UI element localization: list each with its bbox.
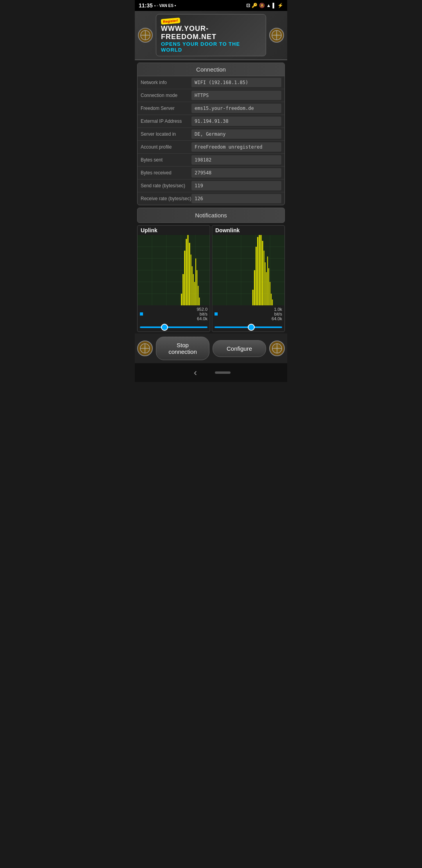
signal-icon: ▌	[272, 3, 276, 8]
svg-rect-45	[260, 235, 261, 305]
uplink-title: Uplink	[138, 226, 210, 235]
uplink-info: 952.0 bit/s 64.0k	[138, 305, 210, 323]
svg-rect-20	[187, 235, 188, 305]
svg-rect-16	[181, 294, 182, 305]
value-receive-rate: 126	[191, 194, 281, 203]
svg-rect-18	[184, 251, 185, 305]
crosshair-btn-right[interactable]	[269, 341, 285, 356]
row-receive-rate: Receive rate (bytes/sec) 126	[138, 192, 284, 205]
row-bytes-sent: Bytes sent 198182	[138, 154, 284, 167]
row-account-profile: Account profile FreeFreedom unregistered	[138, 141, 284, 154]
downlink-dot	[215, 312, 218, 316]
downlink-value: 1.0k bit/s 64.0k	[272, 307, 282, 321]
bottom-bar: Stop connection Configure	[135, 334, 287, 363]
label-network-info: Network info	[141, 80, 191, 85]
crosshair-left	[138, 28, 153, 43]
svg-rect-28	[198, 286, 198, 305]
notifications-header: Notifications	[137, 208, 285, 223]
banner-title: WWW.YOUR-FREEDOM.NET	[161, 25, 261, 41]
svg-rect-26	[195, 258, 196, 305]
value-bytes-sent: 198182	[191, 155, 281, 165]
uplink-chart: Uplink	[137, 225, 210, 332]
banner: Register! WWW.YOUR-FREEDOM.NET OPENS YOU…	[135, 11, 287, 60]
label-server-location: Server located in	[141, 131, 191, 137]
back-button[interactable]: ‹	[191, 365, 199, 380]
row-server-location: Server located in DE, Germany	[138, 128, 284, 141]
wifi-icon: ▲	[266, 3, 271, 8]
svg-rect-22	[191, 255, 191, 305]
downlink-chart: Downlink	[212, 225, 285, 332]
label-bytes-received: Bytes received	[141, 170, 191, 176]
row-connection-mode: Connection mode HTTPS	[138, 89, 284, 102]
configure-button[interactable]: Configure	[213, 340, 266, 357]
time: 11:35	[139, 2, 153, 9]
status-icons: ▪ ▫ VAN ES •	[154, 4, 176, 8]
crosshair-right	[269, 28, 284, 43]
value-bytes-received: 279548	[191, 168, 281, 178]
value-freedom-server: ems15.your-freedom.de	[191, 104, 281, 113]
svg-rect-49	[266, 272, 267, 305]
svg-rect-17	[182, 274, 184, 305]
value-server-location: DE, Germany	[191, 129, 281, 139]
svg-rect-40	[252, 290, 254, 305]
svg-rect-47	[264, 251, 265, 305]
register-badge[interactable]: Register!	[161, 18, 180, 25]
banner-center: Register! WWW.YOUR-FREEDOM.NET OPENS YOU…	[156, 14, 266, 56]
uplink-slider[interactable]	[140, 326, 207, 328]
label-bytes-sent: Bytes sent	[141, 157, 191, 163]
value-account-profile: FreeFreedom unregistered	[191, 142, 281, 152]
downlink-info: 1.0k bit/s 64.0k	[212, 305, 284, 323]
row-send-rate: Send rate (bytes/sec) 119	[138, 179, 284, 192]
downlink-slider-container[interactable]	[212, 323, 284, 332]
row-freedom-server: Freedom Server ems15.your-freedom.de	[138, 102, 284, 115]
cast-icon: ⊡	[246, 3, 250, 8]
banner-subtitle: OPENS YOUR DOOR TO THE WORLD	[161, 41, 261, 53]
status-left: 11:35 ▪ ▫ VAN ES •	[139, 2, 176, 9]
value-network-info: WIFI (192.168.1.85)	[191, 78, 281, 87]
downlink-title: Downlink	[212, 226, 284, 235]
downlink-canvas	[212, 235, 284, 305]
uplink-value: 952.0 bit/s 64.0k	[197, 307, 207, 321]
label-send-rate: Send rate (bytes/sec)	[141, 183, 191, 188]
svg-rect-21	[189, 243, 190, 305]
svg-rect-19	[186, 239, 187, 305]
value-external-ip: 91.194.91.38	[191, 117, 281, 126]
uplink-slider-container[interactable]	[138, 323, 210, 332]
svg-rect-51	[268, 268, 269, 305]
svg-rect-50	[267, 256, 268, 305]
svg-rect-25	[194, 282, 195, 305]
svg-rect-27	[197, 270, 197, 305]
svg-rect-46	[262, 241, 263, 305]
svg-rect-48	[265, 262, 266, 305]
svg-rect-44	[259, 235, 260, 305]
row-network-info: Network info WIFI (192.168.1.85)	[138, 76, 284, 89]
svg-rect-42	[256, 247, 257, 305]
stop-connection-button[interactable]: Stop connection	[156, 337, 209, 360]
svg-rect-23	[192, 266, 193, 305]
label-connection-mode: Connection mode	[141, 93, 191, 98]
uplink-dot	[140, 312, 143, 316]
svg-rect-54	[272, 299, 273, 305]
svg-rect-24	[193, 274, 194, 305]
home-indicator[interactable]	[215, 371, 231, 374]
svg-rect-43	[257, 237, 258, 305]
uplink-canvas	[138, 235, 210, 305]
value-send-rate: 119	[191, 181, 281, 190]
svg-rect-41	[254, 270, 255, 305]
connection-section: Connection Network info WIFI (192.168.1.…	[137, 63, 285, 205]
nav-bar: ‹	[135, 363, 287, 382]
crosshair-btn-left[interactable]	[137, 341, 153, 356]
label-account-profile: Account profile	[141, 144, 191, 150]
row-bytes-received: Bytes received 279548	[138, 167, 284, 179]
svg-rect-53	[271, 294, 272, 305]
svg-rect-52	[270, 282, 270, 305]
label-freedom-server: Freedom Server	[141, 106, 191, 111]
value-connection-mode: HTTPS	[191, 91, 281, 100]
bell-off-icon: 🔕	[259, 3, 265, 8]
connection-header: Connection	[138, 63, 284, 76]
battery-icon: ⚡	[277, 3, 283, 8]
charts-area: Uplink	[137, 225, 285, 332]
svg-rect-29	[199, 298, 200, 305]
downlink-slider[interactable]	[215, 326, 282, 328]
status-bar: 11:35 ▪ ▫ VAN ES • ⊡ 🔑 🔕 ▲ ▌ ⚡	[135, 0, 287, 11]
